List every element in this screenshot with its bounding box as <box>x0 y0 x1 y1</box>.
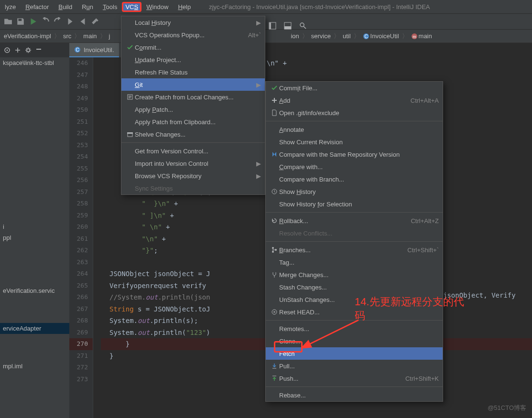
gutter-line[interactable]: 246 <box>69 57 93 69</box>
hammer-icon[interactable] <box>91 17 99 26</box>
crumb-module[interactable]: eVerification-impl <box>2 32 53 40</box>
tree-node[interactable]: kspace\link-ttc-stbl <box>0 57 69 68</box>
gear-icon[interactable] <box>25 47 32 54</box>
menu-refactor[interactable]: Refactor <box>21 1 54 12</box>
gutter-line[interactable]: 266 <box>69 291 93 303</box>
undo-icon[interactable] <box>41 17 50 26</box>
menu-item-commit[interactable]: Commit... <box>121 41 265 54</box>
gutter-line[interactable]: 258 <box>69 198 93 210</box>
crumb-main[interactable]: main <box>81 32 98 40</box>
gutter-line[interactable]: 254 <box>69 151 93 163</box>
menu-item-refresh-file-status[interactable]: Refresh File Status <box>121 66 265 78</box>
collapse-icon[interactable] <box>14 47 21 54</box>
gutter-line[interactable]: 269 <box>69 327 93 339</box>
gutter-line[interactable]: 263 <box>69 257 93 268</box>
gutter-line[interactable]: 255 <box>69 163 93 175</box>
menu-item-pull[interactable]: Pull... <box>266 360 443 372</box>
menu-item-show-history-for-selection[interactable]: Show History for Selection <box>266 198 443 210</box>
gutter-line[interactable]: 252 <box>69 128 93 139</box>
menu-item-merge-changes[interactable]: Merge Changes... <box>266 268 443 281</box>
gutter-line[interactable]: 256 <box>69 174 93 186</box>
menu-item-compare-with-branch[interactable]: Compare with Branch... <box>266 173 443 185</box>
gutter-line[interactable]: 253 <box>69 139 93 151</box>
menu-item-import-into-version-control[interactable]: Import into Version Control▶ <box>121 157 265 170</box>
gutter-line[interactable]: 251 <box>69 116 93 128</box>
project-tree[interactable]: kspace\link-ttc-stbl i ppl eVerification… <box>0 57 69 418</box>
gutter-line[interactable]: 257 <box>69 186 93 198</box>
menu-item-rollback[interactable]: Rollback...Ctrl+Alt+Z <box>266 214 443 227</box>
menu-item-tag[interactable]: Tag... <box>266 256 443 268</box>
menu-item-compare-with-the-same-repository-version[interactable]: Compare with the Same Repository Version <box>266 148 443 161</box>
open-icon[interactable] <box>4 17 12 26</box>
crumb-ion[interactable]: ion <box>289 32 301 40</box>
forward-icon[interactable] <box>66 17 75 26</box>
gutter-line[interactable]: 261 <box>69 233 93 245</box>
gutter-line[interactable]: 262 <box>69 245 93 257</box>
run-icon[interactable] <box>29 17 37 26</box>
tree-node[interactable]: mpl.iml <box>0 361 69 372</box>
menu-item-local-history[interactable]: Local History▶ <box>121 16 265 29</box>
menu-item-shelve-changes[interactable]: Shelve Changes... <box>121 128 265 140</box>
menu-item-stash-changes[interactable]: Stash Changes... <box>266 281 443 293</box>
tree-node[interactable]: i <box>0 221 69 232</box>
gutter-line[interactable]: 248 <box>69 81 93 93</box>
gutter-line[interactable]: 250 <box>69 104 93 116</box>
layout-icon[interactable] <box>269 22 276 30</box>
gutter-line[interactable]: 260 <box>69 221 93 233</box>
menu-item-browse-vcs-repository[interactable]: Browse VCS Repository▶ <box>121 170 265 182</box>
menu-item-git[interactable]: Git▶ <box>121 78 265 91</box>
gutter-line[interactable]: 247 <box>69 69 93 81</box>
menu-item-commit-file[interactable]: Commit File... <box>266 82 443 94</box>
hide-icon[interactable] <box>35 47 42 54</box>
menu-window[interactable]: Window <box>141 1 173 12</box>
crumb-j[interactable]: j <box>107 32 112 40</box>
editor-gutter[interactable]: 2462472482492502512522532542552562572582… <box>69 57 93 418</box>
menu-run[interactable]: Run <box>77 1 98 12</box>
gutter-line[interactable]: 265 <box>69 280 93 292</box>
menu-item-update-project[interactable]: Update Project... <box>121 54 265 66</box>
crumb-service[interactable]: service <box>309 32 333 40</box>
gutter-line[interactable]: 270 <box>69 338 93 350</box>
search-icon[interactable] <box>299 22 307 30</box>
gutter-line[interactable]: 249 <box>69 93 93 105</box>
menu-item-open-git-info-exclude[interactable]: Open .git/info/exclude <box>266 107 443 119</box>
menu-analyze[interactable]: lyze <box>0 1 21 12</box>
layout2-icon[interactable] <box>284 22 292 30</box>
fold-column[interactable] <box>93 57 101 418</box>
menu-item-vcs-operations-popup[interactable]: VCS Operations Popup...Alt+` <box>121 29 265 41</box>
menu-item-compare-with[interactable]: Compare with... <box>266 161 443 173</box>
tree-node[interactable]: eVerification.servic <box>0 285 69 296</box>
crumb-util[interactable]: util <box>341 32 353 40</box>
menu-help[interactable]: Help <box>173 1 195 12</box>
menu-vcs[interactable]: VCS <box>122 2 141 12</box>
gutter-line[interactable]: 272 <box>69 362 93 374</box>
target-icon[interactable] <box>4 47 11 54</box>
menu-item-show-history[interactable]: Show History <box>266 185 443 198</box>
menu-item-create-patch-from-local-changes[interactable]: Create Patch from Local Changes... <box>121 91 265 103</box>
menu-item-push[interactable]: Push...Ctrl+Shift+K <box>266 372 443 385</box>
menu-item-annotate[interactable]: Annotate <box>266 123 443 136</box>
gutter-line[interactable]: 268 <box>69 315 93 327</box>
crumb-method[interactable]: mmain <box>409 32 434 40</box>
editor-tab-invoiceutil[interactable]: C InvoiceUtil. <box>69 43 119 57</box>
tree-node[interactable]: ppl <box>0 232 69 243</box>
menu-item-show-current-revision[interactable]: Show Current Revision <box>266 136 443 148</box>
menu-item-add[interactable]: AddCtrl+Alt+A <box>266 94 443 107</box>
menu-item-branches[interactable]: Branches...Ctrl+Shift+` <box>266 244 443 256</box>
gutter-line[interactable]: 259 <box>69 210 93 222</box>
menu-tools[interactable]: Tools <box>98 1 122 12</box>
crumb-src[interactable]: src <box>61 32 73 40</box>
gutter-line[interactable]: 267 <box>69 303 93 315</box>
crumb-class[interactable]: CInvoiceUtil <box>361 32 401 40</box>
menu-item-apply-patch[interactable]: Apply Patch... <box>121 103 265 116</box>
redo-icon[interactable] <box>54 17 62 26</box>
menu-build[interactable]: Build <box>54 1 77 12</box>
tree-node[interactable]: erviceAdapter <box>0 323 69 334</box>
gutter-line[interactable]: 271 <box>69 350 93 362</box>
back-icon[interactable] <box>78 17 87 26</box>
menu-item-apply-patch-from-clipboard[interactable]: Apply Patch from Clipboard... <box>121 116 265 128</box>
menu-item-get-from-version-control[interactable]: Get from Version Control... <box>121 145 265 157</box>
menu-item-rebase[interactable]: Rebase... <box>266 389 443 401</box>
gutter-line[interactable]: 273 <box>69 374 93 386</box>
gutter-line[interactable]: 264 <box>69 268 93 280</box>
